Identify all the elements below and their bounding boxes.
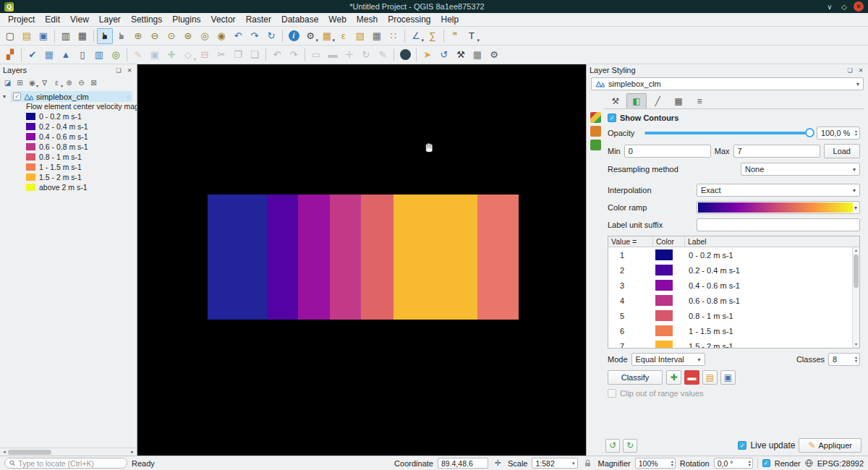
add-mesh-layer-button[interactable]: ▲ bbox=[58, 47, 74, 63]
zoom-native-button[interactable]: ⊙ bbox=[163, 28, 179, 44]
menu-vector[interactable]: Vector bbox=[206, 14, 241, 25]
processing-history-button[interactable]: ↺ bbox=[436, 47, 452, 63]
menu-web[interactable]: Web bbox=[323, 14, 351, 25]
opacity-spinbox[interactable]: 100,0 % bbox=[817, 127, 860, 140]
color-column-header[interactable]: Color bbox=[653, 236, 685, 247]
run-feature-action-button[interactable]: ⚙▾ bbox=[302, 28, 318, 44]
clip-out-of-range-checkbox[interactable] bbox=[608, 389, 616, 398]
close-panel-icon[interactable]: ✕ bbox=[856, 66, 865, 74]
mesh-symbology-icon[interactable] bbox=[590, 112, 601, 123]
label-unit-suffix-input[interactable] bbox=[697, 218, 860, 231]
open-attribute-table-button[interactable]: ▦ bbox=[369, 28, 385, 44]
processing-run-button[interactable]: ➤ bbox=[420, 47, 435, 63]
menu-mesh[interactable]: Mesh bbox=[352, 14, 383, 25]
table-row[interactable]: 71.5 - 2 m s-1 bbox=[608, 338, 859, 348]
scale-lock-icon[interactable] bbox=[582, 458, 593, 469]
add-value-button[interactable]: ✚ bbox=[666, 370, 681, 385]
opacity-slider-handle[interactable] bbox=[805, 128, 814, 137]
pan-map-button[interactable]: ☛ bbox=[97, 28, 113, 44]
color-swatch[interactable] bbox=[655, 310, 673, 321]
tab-contours[interactable]: ◧ bbox=[626, 93, 647, 108]
new-print-layout-button[interactable]: ▥ bbox=[58, 28, 74, 44]
osgeo-tools-button[interactable]: ⚙ bbox=[486, 47, 502, 63]
selected-layer[interactable]: simplebox_clm ◌ bbox=[11, 91, 132, 102]
menu-database[interactable]: Database bbox=[276, 14, 323, 25]
layer-visibility-checkbox[interactable] bbox=[13, 93, 21, 101]
expand-all-button[interactable]: ⊕ bbox=[64, 77, 75, 88]
show-contours-checkbox[interactable] bbox=[608, 114, 616, 122]
save-project-button[interactable]: ▣ bbox=[35, 28, 51, 44]
table-row[interactable]: 40.6 - 0.8 m s-1 bbox=[608, 293, 859, 308]
add-group-button[interactable]: ⊞ bbox=[14, 77, 25, 88]
menu-processing[interactable]: Processing bbox=[383, 14, 435, 25]
live-update-checkbox[interactable] bbox=[738, 441, 746, 450]
mode-combo[interactable]: Equal Interval bbox=[631, 353, 705, 366]
open-layer-styling-button[interactable]: ◪ bbox=[2, 77, 13, 88]
minimize-button[interactable]: ∨ bbox=[825, 1, 835, 12]
style-redo-button[interactable]: ↻ bbox=[623, 439, 637, 453]
menu-raster[interactable]: Raster bbox=[241, 14, 276, 25]
table-row[interactable]: 10 - 0.2 m s-1 bbox=[608, 247, 859, 262]
plugin-hammer-button[interactable]: ⚒ bbox=[453, 47, 469, 63]
value-column-header[interactable]: Value = bbox=[608, 236, 653, 247]
filter-legend-button[interactable]: ∇ bbox=[39, 77, 50, 88]
expander-icon[interactable]: ▾ bbox=[3, 93, 9, 100]
close-panel-icon[interactable]: ✕ bbox=[125, 66, 134, 74]
close-button[interactable]: ✕ bbox=[854, 1, 864, 12]
add-virtual-layer-button[interactable]: ◎ bbox=[108, 47, 124, 63]
max-input[interactable]: 7 bbox=[733, 145, 820, 158]
export-color-map-button[interactable]: ▣ bbox=[720, 370, 736, 385]
menu-edit[interactable]: Edit bbox=[40, 14, 65, 25]
zoom-in-button[interactable]: ⊕ bbox=[130, 28, 146, 44]
metasearch-button[interactable]: ▦ bbox=[469, 47, 485, 63]
scroll-track[interactable] bbox=[8, 450, 129, 455]
spin-steppers-icon[interactable] bbox=[853, 129, 857, 137]
zoom-to-selection-button[interactable]: ◎ bbox=[197, 28, 213, 44]
crs-globe-icon[interactable] bbox=[805, 459, 813, 467]
load-color-map-button[interactable]: ▤ bbox=[702, 370, 718, 385]
scroll-right-icon[interactable]: ▸ bbox=[129, 449, 136, 455]
scroll-thumb[interactable] bbox=[854, 255, 859, 288]
rotation-spinbox[interactable]: 0,0 ° bbox=[714, 458, 753, 469]
zoom-last-button[interactable]: ↶ bbox=[230, 28, 246, 44]
color-swatch[interactable] bbox=[655, 249, 673, 260]
coordinate-input[interactable]: 89.4,48.6 bbox=[438, 458, 488, 469]
magnifier-spinbox[interactable]: 100% bbox=[635, 458, 676, 469]
zoom-to-layer-button[interactable]: ◉ bbox=[213, 28, 229, 44]
refresh-map-button[interactable]: ↻ bbox=[263, 28, 279, 44]
layer-row[interactable]: ▾ simplebox_clm ◌ bbox=[0, 91, 137, 102]
menu-help[interactable]: Help bbox=[436, 14, 464, 25]
float-panel-icon[interactable]: ❏ bbox=[114, 66, 123, 74]
collapse-all-button[interactable]: ⊖ bbox=[76, 77, 87, 88]
float-panel-icon[interactable]: ❏ bbox=[846, 66, 854, 74]
spin-steppers-icon[interactable] bbox=[746, 460, 751, 467]
add-vector-layer-button[interactable]: ✔ bbox=[25, 47, 41, 63]
tab-stacked-mesh[interactable]: ≡ bbox=[689, 93, 710, 108]
tab-vectors[interactable]: ╱ bbox=[647, 93, 668, 108]
plugin-globe-button[interactable] bbox=[397, 47, 413, 63]
pan-to-selection-button[interactable]: ☛ bbox=[114, 28, 129, 44]
maximize-button[interactable]: ◇ bbox=[839, 1, 849, 12]
color-swatch[interactable] bbox=[655, 325, 673, 336]
layer-selector-combo[interactable]: simplebox_clm bbox=[591, 77, 864, 90]
zoom-out-button[interactable]: ⊖ bbox=[147, 28, 163, 44]
color-swatch[interactable] bbox=[655, 265, 673, 275]
table-row[interactable]: 20.2 - 0.4 m s-1 bbox=[608, 262, 859, 278]
open-field-calculator-button[interactable]: ∷ bbox=[386, 28, 401, 44]
remove-selected-value-button[interactable]: ▬ bbox=[684, 370, 699, 385]
add-postgis-layer-button[interactable]: ▥ bbox=[91, 47, 107, 63]
measure-button[interactable]: ∠▾ bbox=[408, 28, 424, 44]
statistical-summary-button[interactable]: ∑ bbox=[425, 28, 441, 44]
data-source-manager-button[interactable]: ▞ bbox=[2, 47, 18, 63]
menu-plugins[interactable]: Plugins bbox=[167, 14, 205, 25]
map-tips-button[interactable]: ❞ bbox=[447, 28, 463, 44]
table-row[interactable]: 61 - 1.5 m s-1 bbox=[608, 323, 859, 338]
color-swatch[interactable] bbox=[655, 295, 673, 306]
zoom-full-button[interactable]: ⊛ bbox=[180, 28, 196, 44]
scroll-thumb[interactable] bbox=[8, 450, 51, 455]
color-swatch[interactable] bbox=[655, 280, 673, 291]
min-input[interactable]: 0 bbox=[624, 145, 711, 158]
menu-view[interactable]: View bbox=[65, 14, 94, 25]
color-swatch[interactable] bbox=[655, 341, 673, 348]
select-by-expression-button[interactable]: ε bbox=[336, 28, 352, 44]
